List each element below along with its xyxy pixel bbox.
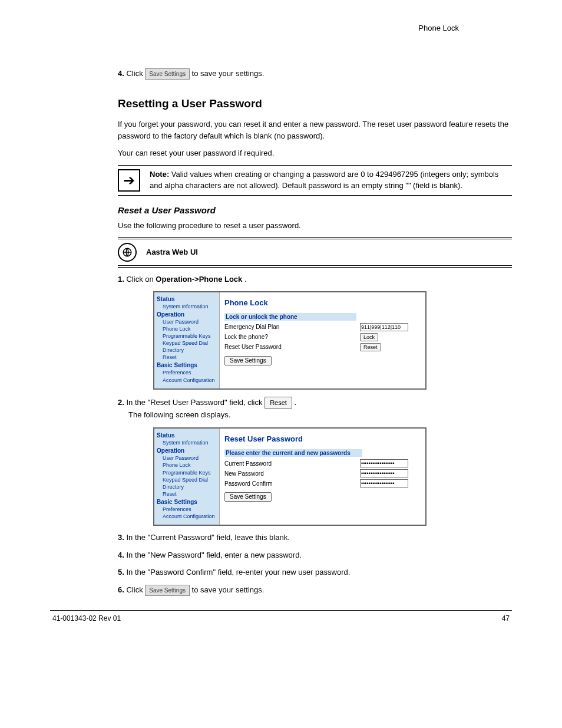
sidebar-userpw[interactable]: User Password bbox=[163, 454, 217, 462]
sidebar-directory[interactable]: Directory bbox=[163, 483, 217, 490]
reset-procedure-intro: Use the following procedure to reset a u… bbox=[118, 220, 512, 232]
save-settings-button[interactable]: Save Settings bbox=[224, 492, 272, 502]
sidebar-acctcfg[interactable]: Account Configuration bbox=[163, 377, 217, 384]
note-body: Valid values when creating or changing a… bbox=[150, 170, 498, 189]
step-num: 2. bbox=[118, 398, 124, 407]
label-confirm: Password Confirm bbox=[224, 480, 360, 487]
step-num: 1. bbox=[118, 275, 124, 284]
sidebar-acctcfg[interactable]: Account Configuration bbox=[163, 513, 217, 520]
save-settings-button-image: Save Settings bbox=[145, 585, 190, 596]
label-new: New Password bbox=[224, 470, 360, 477]
step-num: 5. bbox=[118, 568, 124, 577]
label-emergency: Emergency Dial Plan bbox=[224, 324, 360, 330]
note-text: Note: Valid values when creating or chan… bbox=[150, 169, 512, 190]
row-current: Current Password bbox=[224, 459, 421, 467]
sidebar-sysinfo[interactable]: System Information bbox=[163, 303, 217, 310]
footer-left: 41-001343-02 Rev 01 bbox=[52, 614, 121, 622]
rule-double bbox=[118, 265, 512, 268]
sidebar-progkeys[interactable]: Programmable Keys bbox=[163, 469, 217, 476]
reset-intro-paragraph: If you forget your password, you can res… bbox=[118, 118, 512, 141]
save-settings-button[interactable]: Save Settings bbox=[224, 356, 272, 365]
input-confirm-password[interactable] bbox=[360, 479, 408, 487]
step-5: 5. In the "Password Confirm" field, re-e… bbox=[118, 566, 512, 578]
section-heading-reset: Resetting a User Password bbox=[118, 97, 512, 110]
step-text-suffix: . bbox=[295, 398, 297, 407]
webui-step1: 1. Click on Operation->Phone Lock . bbox=[118, 274, 512, 285]
note-label: Note: bbox=[150, 170, 169, 179]
row-save: Save Settings bbox=[224, 356, 421, 365]
sidebar-speeddial[interactable]: Keypad Speed Dial bbox=[163, 476, 217, 483]
step-text-before: Click bbox=[126, 69, 145, 78]
sidebar-reset[interactable]: Reset bbox=[163, 354, 217, 361]
row-reset: Reset User Password Reset bbox=[224, 343, 421, 351]
reset-subheading: Reset a User Password bbox=[118, 205, 512, 215]
content-pane: Phone Lock Lock or unlock the phone Emer… bbox=[219, 292, 425, 388]
step-3: 3. In the "Current Password" field, leav… bbox=[118, 532, 512, 543]
reset-button[interactable]: Reset bbox=[360, 343, 381, 351]
sidebar-userpw[interactable]: User Password bbox=[163, 318, 217, 325]
sidebar-basic[interactable]: Basic Settings bbox=[157, 499, 217, 505]
webui-label-text: Aastra Web UI bbox=[146, 248, 198, 256]
sidebar-operation[interactable]: Operation bbox=[157, 447, 217, 454]
sidebar-progkeys[interactable]: Programmable Keys bbox=[163, 332, 217, 340]
webui-row: Aastra Web UI bbox=[118, 239, 512, 265]
step-after: to save your settings. bbox=[192, 585, 265, 594]
step-text: In the "Password Confirm" field, re-ente… bbox=[126, 568, 350, 577]
page-header: Phone Lock bbox=[50, 24, 512, 32]
screenshot-phone-lock: Status System Information Operation User… bbox=[153, 291, 427, 390]
step-text-prefix: In the "Reset User Password" field, clic… bbox=[126, 398, 265, 407]
label-current: Current Password bbox=[224, 460, 360, 467]
row-confirm: Password Confirm bbox=[224, 479, 421, 487]
step-next-line: The following screen displays. bbox=[128, 409, 230, 421]
sidebar-status[interactable]: Status bbox=[157, 432, 217, 439]
row-emergency: Emergency Dial Plan bbox=[224, 323, 421, 331]
step-4: 4. In the "New Password" field, enter a … bbox=[118, 549, 512, 561]
row-save: Save Settings bbox=[224, 492, 421, 502]
sidebar-phonelock[interactable]: Phone Lock bbox=[163, 325, 217, 332]
sidebar-prefs[interactable]: Preferences bbox=[163, 506, 217, 513]
row-new: New Password bbox=[224, 469, 421, 477]
step-text-after: to save your settings. bbox=[192, 69, 265, 78]
sidebar-directory[interactable]: Directory bbox=[163, 347, 217, 354]
label-reset: Reset User Password bbox=[224, 344, 360, 350]
step-2-reset: 2. In the "Reset User Password" field, c… bbox=[118, 397, 512, 420]
label-lock: Lock the phone? bbox=[224, 334, 360, 340]
sidebar-speeddial[interactable]: Keypad Speed Dial bbox=[163, 340, 217, 347]
content-pane: Reset User Password Please enter the cur… bbox=[219, 429, 425, 525]
step-num: 6. bbox=[118, 585, 124, 594]
footer-right: 47 bbox=[502, 614, 510, 622]
step-num: 4. bbox=[118, 551, 124, 559]
sidebar-phonelock[interactable]: Phone Lock bbox=[163, 462, 217, 469]
sidebar-status[interactable]: Status bbox=[157, 296, 217, 302]
panel-subheader: Please enter the current and new passwor… bbox=[224, 449, 362, 457]
sidebar-reset[interactable]: Reset bbox=[163, 490, 217, 498]
footer-rule bbox=[50, 610, 512, 611]
globe-icon bbox=[118, 243, 137, 262]
step-6: 6. Click Save Settings to save your sett… bbox=[118, 584, 512, 596]
sidebar-prefs[interactable]: Preferences bbox=[163, 369, 217, 376]
input-emergency[interactable] bbox=[360, 323, 408, 331]
step-before: Click bbox=[126, 585, 145, 594]
step-text-after: . bbox=[244, 275, 247, 284]
webui-label: Aastra Web UI bbox=[146, 247, 198, 258]
sidebar-sysinfo[interactable]: System Information bbox=[163, 439, 217, 446]
step-text: In the "New Password" field, enter a new… bbox=[126, 551, 302, 559]
panel-title: Reset User Password bbox=[224, 434, 421, 443]
sidebar-operation[interactable]: Operation bbox=[157, 311, 217, 318]
screenshot-reset-password: Status System Information Operation User… bbox=[153, 427, 427, 526]
rule bbox=[118, 195, 512, 196]
step-num: 4. bbox=[118, 69, 124, 78]
step-4-save: 4. Click Save Settings to save your sett… bbox=[118, 68, 512, 80]
step-num: 3. bbox=[118, 533, 124, 542]
sidebar-basic[interactable]: Basic Settings bbox=[157, 362, 217, 368]
input-current-password[interactable] bbox=[360, 459, 408, 467]
panel-subheader: Lock or unlock the phone bbox=[224, 313, 356, 321]
input-new-password[interactable] bbox=[360, 469, 408, 477]
sidebar: Status System Information Operation User… bbox=[154, 292, 219, 388]
panel-title: Phone Lock bbox=[224, 298, 421, 307]
inline-reset-button: Reset bbox=[265, 397, 292, 409]
sidebar: Status System Information Operation User… bbox=[154, 429, 219, 525]
row-lock: Lock the phone? Lock bbox=[224, 333, 421, 341]
lock-button[interactable]: Lock bbox=[360, 333, 378, 341]
note-arrow-icon: ➔ bbox=[118, 169, 140, 192]
